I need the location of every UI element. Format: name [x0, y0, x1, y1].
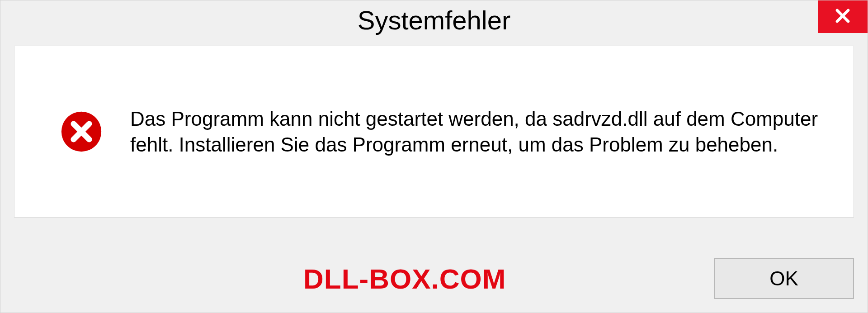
error-dialog: Systemfehler Das Programm kann nicht ges… [0, 0, 868, 313]
ok-button[interactable]: OK [714, 258, 854, 299]
footer: DLL-BOX.COM OK [14, 258, 854, 299]
error-icon [60, 110, 103, 153]
error-message: Das Programm kann nicht gestartet werden… [130, 106, 826, 157]
close-button[interactable] [818, 0, 868, 33]
titlebar: Systemfehler [0, 0, 868, 41]
watermark-text: DLL-BOX.COM [303, 263, 506, 295]
close-icon [833, 6, 852, 27]
content-panel: Das Programm kann nicht gestartet werden… [14, 46, 854, 218]
dialog-title: Systemfehler [358, 5, 510, 35]
